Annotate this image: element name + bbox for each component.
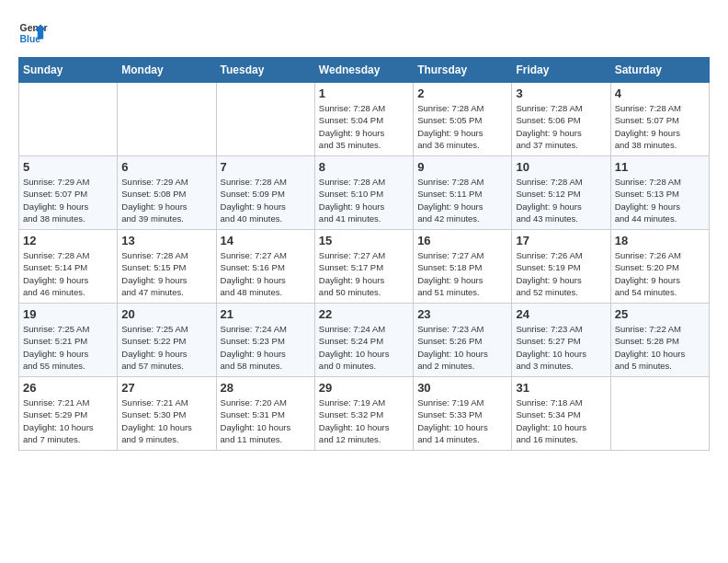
day-number: 9 <box>417 160 507 174</box>
calendar-cell: 1Sunrise: 7:28 AM Sunset: 5:04 PM Daylig… <box>314 83 413 156</box>
day-info: Sunrise: 7:29 AM Sunset: 5:08 PM Dayligh… <box>121 176 211 224</box>
calendar-cell: 27Sunrise: 7:21 AM Sunset: 5:30 PM Dayli… <box>118 377 216 451</box>
calendar-cell: 22Sunrise: 7:24 AM Sunset: 5:24 PM Dayli… <box>314 304 413 377</box>
calendar-week-3: 12Sunrise: 7:28 AM Sunset: 5:14 PM Dayli… <box>19 230 710 304</box>
calendar-cell: 10Sunrise: 7:28 AM Sunset: 5:12 PM Dayli… <box>512 156 610 230</box>
calendar-cell: 12Sunrise: 7:28 AM Sunset: 5:14 PM Dayli… <box>19 230 118 304</box>
day-number: 15 <box>319 234 409 247</box>
day-info: Sunrise: 7:18 AM Sunset: 5:34 PM Dayligh… <box>516 396 606 445</box>
calendar-cell <box>216 83 314 156</box>
day-number: 11 <box>615 160 705 174</box>
day-number: 16 <box>417 234 507 247</box>
day-info: Sunrise: 7:28 AM Sunset: 5:13 PM Dayligh… <box>615 176 705 224</box>
day-info: Sunrise: 7:24 AM Sunset: 5:24 PM Dayligh… <box>319 323 409 372</box>
day-info: Sunrise: 7:28 AM Sunset: 5:07 PM Dayligh… <box>615 102 705 151</box>
calendar-cell: 21Sunrise: 7:24 AM Sunset: 5:23 PM Dayli… <box>216 304 314 377</box>
calendar-cell <box>610 377 709 451</box>
logo: General Blue <box>18 18 48 48</box>
day-info: Sunrise: 7:26 AM Sunset: 5:20 PM Dayligh… <box>615 249 705 298</box>
day-info: Sunrise: 7:23 AM Sunset: 5:27 PM Dayligh… <box>516 323 606 372</box>
calendar-cell: 4Sunrise: 7:28 AM Sunset: 5:07 PM Daylig… <box>610 83 709 156</box>
calendar-cell: 7Sunrise: 7:28 AM Sunset: 5:09 PM Daylig… <box>216 156 314 230</box>
day-info: Sunrise: 7:19 AM Sunset: 5:33 PM Dayligh… <box>417 396 507 445</box>
day-info: Sunrise: 7:26 AM Sunset: 5:19 PM Dayligh… <box>516 249 606 298</box>
day-number: 2 <box>417 86 507 100</box>
day-number: 5 <box>23 160 113 174</box>
day-number: 22 <box>319 307 409 321</box>
day-info: Sunrise: 7:22 AM Sunset: 5:28 PM Dayligh… <box>615 323 705 372</box>
day-number: 18 <box>615 234 705 247</box>
calendar-cell: 29Sunrise: 7:19 AM Sunset: 5:32 PM Dayli… <box>314 377 413 451</box>
calendar-cell: 20Sunrise: 7:25 AM Sunset: 5:22 PM Dayli… <box>118 304 216 377</box>
day-number: 28 <box>221 381 311 395</box>
calendar-week-5: 26Sunrise: 7:21 AM Sunset: 5:29 PM Dayli… <box>19 377 710 451</box>
calendar-week-2: 5Sunrise: 7:29 AM Sunset: 5:07 PM Daylig… <box>19 156 710 230</box>
calendar-cell: 24Sunrise: 7:23 AM Sunset: 5:27 PM Dayli… <box>512 304 610 377</box>
calendar-cell: 2Sunrise: 7:28 AM Sunset: 5:05 PM Daylig… <box>414 83 512 156</box>
day-number: 31 <box>516 381 606 395</box>
day-number: 25 <box>615 307 705 321</box>
day-info: Sunrise: 7:27 AM Sunset: 5:16 PM Dayligh… <box>221 249 311 298</box>
day-info: Sunrise: 7:28 AM Sunset: 5:12 PM Dayligh… <box>516 176 606 224</box>
day-info: Sunrise: 7:28 AM Sunset: 5:11 PM Dayligh… <box>417 176 507 224</box>
day-info: Sunrise: 7:23 AM Sunset: 5:26 PM Dayligh… <box>417 323 507 372</box>
calendar-table: SundayMondayTuesdayWednesdayThursdayFrid… <box>18 57 710 451</box>
day-number: 4 <box>615 86 705 100</box>
day-info: Sunrise: 7:19 AM Sunset: 5:32 PM Dayligh… <box>319 396 409 445</box>
calendar-cell: 9Sunrise: 7:28 AM Sunset: 5:11 PM Daylig… <box>414 156 512 230</box>
day-number: 26 <box>23 381 113 395</box>
calendar-cell: 26Sunrise: 7:21 AM Sunset: 5:29 PM Dayli… <box>19 377 118 451</box>
calendar-cell: 18Sunrise: 7:26 AM Sunset: 5:20 PM Dayli… <box>610 230 709 304</box>
day-info: Sunrise: 7:27 AM Sunset: 5:17 PM Dayligh… <box>319 249 409 298</box>
day-number: 10 <box>516 160 606 174</box>
day-number: 27 <box>121 381 211 395</box>
day-number: 7 <box>221 160 311 174</box>
calendar-cell: 17Sunrise: 7:26 AM Sunset: 5:19 PM Dayli… <box>512 230 610 304</box>
header-cell-sunday: Sunday <box>19 58 118 83</box>
day-number: 24 <box>516 307 606 321</box>
day-info: Sunrise: 7:21 AM Sunset: 5:30 PM Dayligh… <box>121 396 211 445</box>
header-cell-tuesday: Tuesday <box>216 58 314 83</box>
day-number: 12 <box>23 234 113 247</box>
calendar-cell <box>118 83 216 156</box>
day-info: Sunrise: 7:28 AM Sunset: 5:14 PM Dayligh… <box>23 249 113 298</box>
header-cell-saturday: Saturday <box>610 58 709 83</box>
day-number: 13 <box>121 234 211 247</box>
day-number: 21 <box>221 307 311 321</box>
day-info: Sunrise: 7:24 AM Sunset: 5:23 PM Dayligh… <box>221 323 311 372</box>
calendar-cell: 11Sunrise: 7:28 AM Sunset: 5:13 PM Dayli… <box>610 156 709 230</box>
calendar-cell: 23Sunrise: 7:23 AM Sunset: 5:26 PM Dayli… <box>414 304 512 377</box>
day-info: Sunrise: 7:28 AM Sunset: 5:15 PM Dayligh… <box>121 249 211 298</box>
header-cell-friday: Friday <box>512 58 610 83</box>
header-cell-wednesday: Wednesday <box>314 58 413 83</box>
day-number: 30 <box>417 381 507 395</box>
day-number: 1 <box>319 86 409 100</box>
day-number: 6 <box>121 160 211 174</box>
header-row: SundayMondayTuesdayWednesdayThursdayFrid… <box>19 58 710 83</box>
header-cell-monday: Monday <box>118 58 216 83</box>
calendar-cell: 13Sunrise: 7:28 AM Sunset: 5:15 PM Dayli… <box>118 230 216 304</box>
calendar-cell: 3Sunrise: 7:28 AM Sunset: 5:06 PM Daylig… <box>512 83 610 156</box>
calendar-cell: 25Sunrise: 7:22 AM Sunset: 5:28 PM Dayli… <box>610 304 709 377</box>
day-info: Sunrise: 7:25 AM Sunset: 5:21 PM Dayligh… <box>23 323 113 372</box>
day-number: 23 <box>417 307 507 321</box>
day-info: Sunrise: 7:29 AM Sunset: 5:07 PM Dayligh… <box>23 176 113 224</box>
calendar-cell <box>19 83 118 156</box>
calendar-cell: 19Sunrise: 7:25 AM Sunset: 5:21 PM Dayli… <box>19 304 118 377</box>
day-info: Sunrise: 7:25 AM Sunset: 5:22 PM Dayligh… <box>121 323 211 372</box>
calendar-cell: 15Sunrise: 7:27 AM Sunset: 5:17 PM Dayli… <box>314 230 413 304</box>
day-info: Sunrise: 7:28 AM Sunset: 5:09 PM Dayligh… <box>221 176 311 224</box>
calendar-cell: 16Sunrise: 7:27 AM Sunset: 5:18 PM Dayli… <box>414 230 512 304</box>
day-number: 19 <box>23 307 113 321</box>
day-info: Sunrise: 7:20 AM Sunset: 5:31 PM Dayligh… <box>221 396 311 445</box>
calendar-cell: 14Sunrise: 7:27 AM Sunset: 5:16 PM Dayli… <box>216 230 314 304</box>
calendar-cell: 28Sunrise: 7:20 AM Sunset: 5:31 PM Dayli… <box>216 377 314 451</box>
calendar-cell: 31Sunrise: 7:18 AM Sunset: 5:34 PM Dayli… <box>512 377 610 451</box>
day-number: 8 <box>319 160 409 174</box>
day-number: 20 <box>121 307 211 321</box>
logo-icon: General Blue <box>18 18 48 48</box>
day-info: Sunrise: 7:28 AM Sunset: 5:06 PM Dayligh… <box>516 102 606 151</box>
day-number: 3 <box>516 86 606 100</box>
day-info: Sunrise: 7:28 AM Sunset: 5:05 PM Dayligh… <box>417 102 507 151</box>
calendar-week-4: 19Sunrise: 7:25 AM Sunset: 5:21 PM Dayli… <box>19 304 710 377</box>
